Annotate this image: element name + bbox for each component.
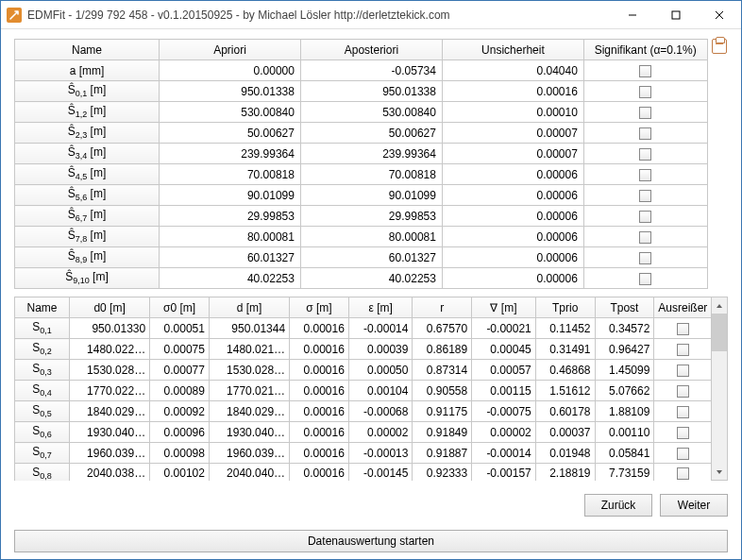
table-row[interactable]: Ŝ7,8 [m]80.0008180.000810.00006 bbox=[15, 227, 708, 247]
outlier-cell[interactable] bbox=[654, 360, 712, 381]
top-header-cell[interactable]: Aposteriori bbox=[300, 40, 442, 60]
checkbox[interactable] bbox=[677, 406, 689, 418]
nabla-cell[interactable]: 0.00115 bbox=[472, 381, 536, 401]
nabla-cell[interactable]: -0.00021 bbox=[472, 318, 536, 339]
d-cell[interactable]: 1770.021… bbox=[209, 381, 289, 401]
apriori-cell[interactable]: 530.00840 bbox=[160, 102, 301, 123]
checkbox[interactable] bbox=[639, 231, 651, 244]
checkbox[interactable] bbox=[639, 273, 651, 285]
d-cell[interactable]: 1840.029… bbox=[209, 401, 289, 422]
table-row[interactable]: Ŝ5,6 [m]90.0109990.010990.00006 bbox=[15, 185, 708, 206]
table-row[interactable]: S0,51840.029…0.000921840.029…0.00016-0.0… bbox=[15, 401, 712, 422]
outlier-cell[interactable] bbox=[654, 443, 712, 464]
sigma-cell[interactable]: 0.00016 bbox=[290, 339, 349, 360]
sigma0-cell[interactable]: 0.00077 bbox=[150, 360, 210, 381]
significant-cell[interactable] bbox=[583, 227, 707, 247]
tpost-cell[interactable]: 7.73159 bbox=[595, 464, 654, 482]
aposteriori-cell[interactable]: 530.00840 bbox=[300, 102, 442, 123]
obs-header-cell[interactable]: σ0 [m] bbox=[150, 297, 210, 318]
checkbox[interactable] bbox=[639, 252, 651, 264]
table-row[interactable]: S0,71960.039…0.000981960.039…0.00016-0.0… bbox=[15, 443, 712, 464]
significant-cell[interactable] bbox=[583, 60, 707, 81]
checkbox[interactable] bbox=[639, 127, 651, 140]
eps-cell[interactable]: 0.00050 bbox=[348, 360, 413, 381]
sigma-cell[interactable]: 0.00016 bbox=[290, 381, 349, 401]
r-cell[interactable]: 0.92333 bbox=[413, 464, 472, 482]
checkbox[interactable] bbox=[677, 448, 689, 460]
apriori-cell[interactable]: 50.00627 bbox=[160, 123, 301, 144]
checkbox[interactable] bbox=[677, 467, 689, 480]
aposteriori-cell[interactable]: 60.01327 bbox=[300, 247, 442, 268]
tprio-cell[interactable]: 0.00037 bbox=[535, 422, 595, 443]
obs-header-cell[interactable]: d [m] bbox=[209, 297, 289, 318]
table-row[interactable]: S0,61930.040…0.000961930.040…0.000160.00… bbox=[15, 422, 712, 443]
apriori-cell[interactable]: 40.02253 bbox=[160, 268, 301, 289]
scroll-thumb[interactable] bbox=[712, 314, 727, 351]
nabla-cell[interactable]: 0.00045 bbox=[472, 339, 536, 360]
r-cell[interactable]: 0.86189 bbox=[413, 339, 472, 360]
r-cell[interactable]: 0.87314 bbox=[413, 360, 472, 381]
table-row[interactable]: a [mm]0.00000-0.057340.04040 bbox=[15, 60, 708, 81]
significant-cell[interactable] bbox=[583, 185, 707, 206]
uncertainty-cell[interactable]: 0.00006 bbox=[442, 247, 583, 268]
tprio-cell[interactable]: 0.60178 bbox=[535, 401, 595, 422]
sigma-cell[interactable]: 0.00016 bbox=[290, 401, 349, 422]
d0-cell[interactable]: 1530.028… bbox=[70, 360, 150, 381]
tprio-cell[interactable]: 0.11452 bbox=[535, 318, 595, 339]
significant-cell[interactable] bbox=[583, 164, 707, 185]
r-cell[interactable]: 0.67570 bbox=[413, 318, 472, 339]
uncertainty-cell[interactable]: 0.00016 bbox=[442, 81, 583, 102]
eps-cell[interactable]: -0.00013 bbox=[348, 443, 413, 464]
tpost-cell[interactable]: 1.88109 bbox=[595, 401, 654, 422]
sigma0-cell[interactable]: 0.00051 bbox=[150, 318, 210, 339]
table-row[interactable]: S0,31530.028…0.000771530.028…0.000160.00… bbox=[15, 360, 712, 381]
sigma-cell[interactable]: 0.00016 bbox=[290, 360, 349, 381]
r-cell[interactable]: 0.91849 bbox=[413, 422, 472, 443]
apriori-cell[interactable]: 29.99853 bbox=[160, 206, 301, 227]
top-header-cell[interactable]: Unsicherheit bbox=[442, 40, 583, 60]
significant-cell[interactable] bbox=[583, 102, 707, 123]
apriori-cell[interactable]: 90.01099 bbox=[160, 185, 301, 206]
nabla-cell[interactable]: -0.00014 bbox=[472, 443, 536, 464]
sigma0-cell[interactable]: 0.00098 bbox=[150, 443, 210, 464]
tprio-cell[interactable]: 2.18819 bbox=[535, 464, 595, 482]
sigma-cell[interactable]: 0.00016 bbox=[290, 422, 349, 443]
eps-cell[interactable]: 0.00104 bbox=[348, 381, 413, 401]
significant-cell[interactable] bbox=[583, 247, 707, 268]
aposteriori-cell[interactable]: 239.99364 bbox=[300, 144, 442, 164]
uncertainty-cell[interactable]: 0.04040 bbox=[442, 60, 583, 81]
uncertainty-cell[interactable]: 0.00010 bbox=[442, 102, 583, 123]
maximize-button[interactable] bbox=[654, 1, 698, 29]
d-cell[interactable]: 1480.021… bbox=[209, 339, 289, 360]
d0-cell[interactable]: 2040.038… bbox=[70, 464, 150, 482]
checkbox[interactable] bbox=[677, 344, 689, 356]
apriori-cell[interactable]: 60.01327 bbox=[160, 247, 301, 268]
tprio-cell[interactable]: 1.51612 bbox=[535, 381, 595, 401]
tpost-cell[interactable]: 0.96427 bbox=[595, 339, 654, 360]
aposteriori-cell[interactable]: 80.00081 bbox=[300, 227, 442, 247]
outlier-cell[interactable] bbox=[654, 401, 712, 422]
top-header-cell[interactable]: Apriori bbox=[160, 40, 301, 60]
significant-cell[interactable] bbox=[583, 81, 707, 102]
d0-cell[interactable]: 1770.022… bbox=[70, 381, 150, 401]
table-row[interactable]: Ŝ4,5 [m]70.0081870.008180.00006 bbox=[15, 164, 708, 185]
sigma-cell[interactable]: 0.00016 bbox=[290, 443, 349, 464]
uncertainty-cell[interactable]: 0.00006 bbox=[442, 185, 583, 206]
outlier-cell[interactable] bbox=[654, 381, 712, 401]
tpost-cell[interactable]: 0.34572 bbox=[595, 318, 654, 339]
d0-cell[interactable]: 1840.029… bbox=[70, 401, 150, 422]
scroll-down-icon[interactable] bbox=[712, 464, 727, 480]
checkbox[interactable] bbox=[677, 365, 689, 377]
obs-header-cell[interactable]: Tpost bbox=[595, 297, 654, 318]
table-row[interactable]: Ŝ8,9 [m]60.0132760.013270.00006 bbox=[15, 247, 708, 268]
obs-header-cell[interactable]: ε [m] bbox=[348, 297, 413, 318]
checkbox[interactable] bbox=[639, 211, 651, 223]
minimize-button[interactable] bbox=[611, 1, 654, 29]
eps-cell[interactable]: 0.00039 bbox=[348, 339, 413, 360]
d-cell[interactable]: 1930.040… bbox=[209, 422, 289, 443]
r-cell[interactable]: 0.91887 bbox=[413, 443, 472, 464]
tprio-cell[interactable]: 0.01948 bbox=[535, 443, 595, 464]
apriori-cell[interactable]: 0.00000 bbox=[160, 60, 301, 81]
obs-header-cell[interactable]: d0 [m] bbox=[70, 297, 150, 318]
apriori-cell[interactable]: 70.00818 bbox=[160, 164, 301, 185]
